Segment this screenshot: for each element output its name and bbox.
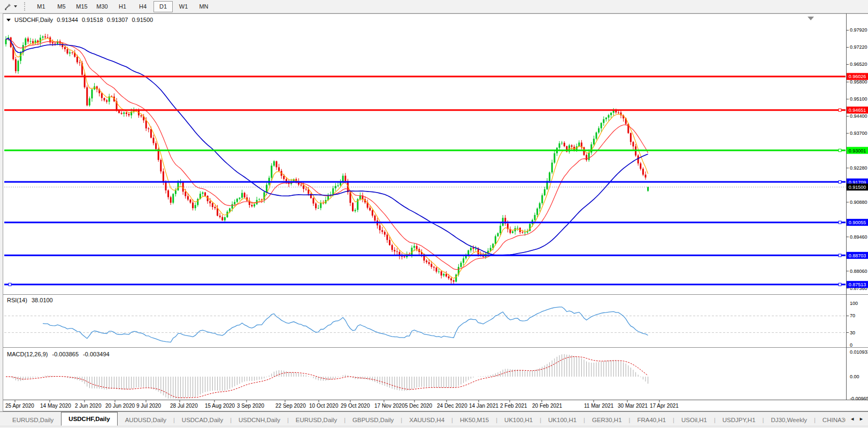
rsi-value: 38.0100	[32, 297, 53, 303]
hline-handle[interactable]	[839, 283, 841, 286]
hline-handle[interactable]	[9, 283, 11, 286]
tab-eurusd-daily[interactable]: EURUSD,Daily	[5, 415, 60, 426]
tab-xauusd-h4[interactable]: XAUUSD,H4	[402, 415, 451, 426]
chart-shift-marker-icon[interactable]	[808, 17, 814, 20]
rsi-indicator-label: RSI(14) 38.0100	[7, 297, 56, 303]
tab-fra40-h1[interactable]: FRA40,H1	[630, 415, 673, 426]
candles-layer	[5, 34, 649, 284]
tab-scroll-right-icon[interactable]: ►	[857, 414, 866, 425]
tab-gbpusd-daily[interactable]: GBPUSD,Daily	[345, 415, 401, 426]
tab-hk50-m15[interactable]: HK50,M15	[453, 415, 496, 426]
ma-medium-line	[6, 39, 648, 270]
macd-name: MACD(12,26,9)	[7, 351, 48, 357]
tab-china300-h1[interactable]: CHINA300,H1	[816, 415, 846, 426]
mt4-terminal: { "toolbar": { "timeframes": ["M1","M5",…	[0, 0, 868, 428]
macd-signal-value: -0.003494	[83, 351, 110, 357]
ma-fast-line	[6, 39, 648, 279]
ohlc-high: 0.91518	[82, 17, 103, 23]
tab-uk100-h1[interactable]: UK100,H1	[497, 415, 540, 426]
tab-audusd-daily[interactable]: AUDUSD,Daily	[118, 415, 173, 426]
tab-usdjpy-h1[interactable]: USDJPY,H1	[716, 415, 763, 426]
tab-scroll-buttons: ◄ ►	[846, 412, 868, 426]
tab-usdcad-daily[interactable]: USDCAD,Daily	[175, 415, 230, 426]
collapse-triangle-icon[interactable]	[6, 19, 11, 21]
price-axis[interactable]	[847, 13, 868, 400]
status-strip	[0, 426, 868, 428]
hline-handle[interactable]	[839, 181, 841, 184]
ohlc-open: 0.91344	[57, 17, 78, 23]
chart-header: USDCHF,Daily 0.91344 0.91518 0.91307 0.9…	[6, 17, 153, 23]
hline-handle[interactable]	[839, 149, 841, 152]
tab-usoil-h1[interactable]: USOil,H1	[674, 415, 714, 426]
macd-pane: 0.0109330.00-0.009653	[6, 349, 868, 401]
tabs-container: EURUSD,DailyUSDCHF,DailyAUDUSD,Daily|USD…	[0, 412, 846, 426]
hline-handle[interactable]	[839, 109, 841, 111]
chart-canvas[interactable]: 0.979200.972200.965200.958000.951000.944…	[0, 0, 868, 428]
rsi-name: RSI(14)	[7, 297, 27, 303]
tab-usdchf-daily[interactable]: USDCHF,Daily	[61, 412, 117, 426]
date-axis[interactable]	[4, 400, 847, 411]
tab-ger30-h1[interactable]: GER30,H1	[585, 415, 629, 426]
chart-tab-bar: EURUSD,DailyUSDCHF,DailyAUDUSD,Daily|USD…	[0, 411, 868, 426]
tab-dj30-weekly[interactable]: DJ30,Weekly	[764, 415, 814, 426]
tab-usdcnh-daily[interactable]: USDCNH,Daily	[232, 415, 287, 426]
macd-indicator-label: MACD(12,26,9) -0.003865 -0.003494	[7, 351, 112, 357]
rsi-line	[43, 307, 648, 342]
tab-scroll-left-icon[interactable]: ◄	[848, 414, 857, 425]
tab-uk100-h1[interactable]: UK100,H1	[541, 415, 583, 426]
macd-signal-line	[6, 357, 648, 398]
chart-symbol-label: USDCHF,Daily	[14, 17, 53, 23]
ohlc-close: 0.91500	[132, 17, 153, 23]
window-frame-left	[0, 13, 3, 411]
tab-eurusd-daily[interactable]: EURUSD,Daily	[289, 415, 344, 426]
macd-main-value: -0.003865	[52, 351, 79, 357]
rsi-pane: 10070300	[4, 301, 858, 348]
pane-borders	[0, 13, 868, 411]
ohlc-low: 0.91307	[107, 17, 128, 23]
hline-handle[interactable]	[839, 254, 841, 257]
hline-handle[interactable]	[839, 221, 841, 224]
